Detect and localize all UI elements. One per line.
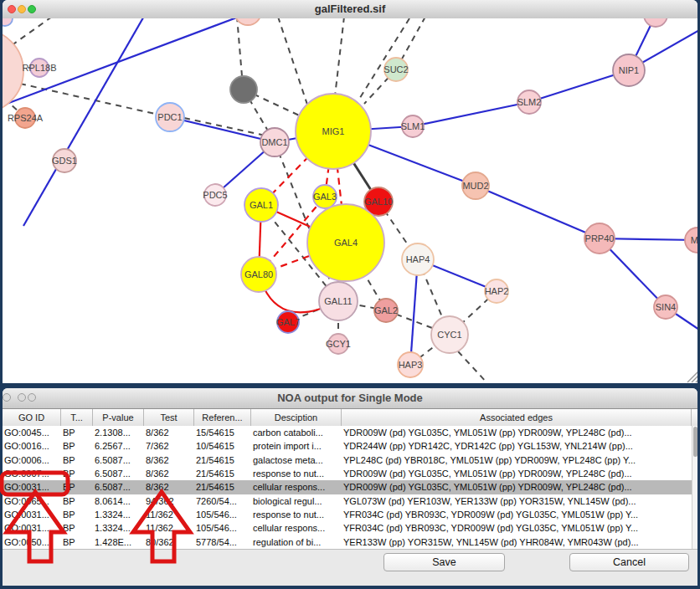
table-body: GO:0045...BP2.1308...8/36215/54615carbon… (3, 426, 692, 549)
table-cell: 21/54615 (194, 453, 251, 467)
table-cell: GO:0050... (3, 535, 61, 549)
table-cell: protein import i... (251, 439, 342, 453)
table-cell: 8/362 (144, 453, 194, 467)
noa-window-titlebar[interactable]: NOA output for Single Mode (3, 388, 697, 409)
table-row[interactable]: GO:0031...BP1.3324...11/362105/546...cel… (3, 521, 692, 535)
node-label-MIG1: MIG1 (322, 126, 345, 136)
node-corner-cut[interactable] (3, 18, 13, 26)
table-cell: 1.428E... (93, 535, 144, 549)
node-label-HAP2: HAP2 (485, 286, 509, 296)
table-cell: 1.3324... (93, 521, 144, 535)
node-label-PDC5: PDC5 (203, 190, 227, 200)
table-cell: GO:0045... (3, 426, 61, 439)
button-bar: Save Cancel (3, 549, 697, 586)
minimize-button-inactive[interactable] (18, 393, 26, 402)
network-edge[interactable] (184, 118, 270, 136)
network-window-titlebar[interactable]: galFiltered.sif (3, 0, 697, 19)
table-cell: YDR009W (pd) YGL035C, YML051W (pp) YDR00… (342, 426, 692, 439)
table-cell: 21/54615 (194, 480, 251, 494)
window-title: galFiltered.sif (3, 0, 697, 18)
zoom-button[interactable] (28, 5, 36, 13)
zoom-button-inactive[interactable] (28, 393, 36, 402)
node-top-cut-1[interactable] (234, 18, 261, 25)
node-label-GAL4: GAL4 (334, 238, 358, 248)
network-edge[interactable] (413, 102, 529, 126)
column-header-p-value[interactable]: P-value (93, 409, 144, 426)
table-cell: GO:0006... (3, 453, 61, 467)
column-header-go-id[interactable]: GO ID (3, 409, 61, 426)
node-label-GDS1: GDS1 (52, 156, 77, 166)
network-edge[interactable] (170, 117, 275, 142)
cancel-button[interactable]: Cancel (569, 553, 689, 571)
resize-grip-icon[interactable] (696, 380, 697, 382)
table-scrollbar[interactable] (692, 426, 697, 549)
table-cell: 8/362 (144, 480, 194, 494)
node-top-cut-2[interactable] (644, 18, 667, 27)
table-cell: 21/54615 (194, 467, 251, 480)
table-cell: GO:0031... (3, 521, 61, 535)
node-label-GAL7: GAL7 (276, 317, 300, 327)
column-header-referen-[interactable]: Referen... (194, 409, 251, 426)
save-button[interactable]: Save (383, 553, 505, 571)
table-cell: YDR009W (pd) YGL035C, YML051W (pp) YDR00… (342, 467, 692, 480)
table-cell: 10/54615 (194, 439, 251, 453)
network-edge[interactable] (278, 18, 308, 107)
node-label-DMC1: DMC1 (261, 137, 287, 147)
table-cell: BP (61, 439, 93, 453)
table-row[interactable]: GO:0031...BP6.5087...8/36221/54615cellul… (3, 480, 692, 494)
node-label-RPL18B: RPL18B (23, 63, 57, 73)
table-row[interactable]: GO:0045...BP2.1308...8/36215/54615carbon… (3, 426, 692, 439)
table-cell: 7260/54... (194, 494, 251, 508)
table-cell: response to nut... (251, 467, 342, 480)
table-cell: 8/362 (144, 467, 194, 480)
table-row[interactable]: GO:0050...BP1.428E...80/3625778/54...reg… (3, 535, 692, 549)
node-left-large[interactable] (3, 29, 23, 113)
table-row[interactable]: GO:0065...BP8.0614...94/3627260/54...bio… (3, 494, 692, 508)
node-label-GCY1: GCY1 (326, 339, 351, 349)
table-row[interactable]: GO:0016...BP6.2567...7/36210/54615protei… (3, 439, 692, 453)
table-cell: BP (61, 508, 93, 521)
table-cell: YDR009W (pd) YGL035C, YML051W (pp) YDR00… (342, 480, 692, 494)
node-label-SIN4: SIN4 (656, 302, 676, 312)
scrollbar-thumb[interactable] (693, 427, 697, 457)
table-header: GO IDT...P-valueTestReferen...Desciption… (3, 409, 697, 427)
close-button-inactive[interactable] (3, 393, 11, 402)
table-cell: 6.5087... (93, 480, 144, 494)
table-cell: regulation of bi... (251, 535, 342, 549)
table-cell: YFR034C (pd) YBR093C, YDR009W (pd) YGL03… (342, 521, 692, 535)
node-label-HAP3: HAP3 (399, 360, 423, 370)
node-label-MS-cut: MS (691, 235, 697, 245)
node-label-SLM1: SLM1 (401, 121, 425, 131)
noa-window-title: NOA output for Single Mode (3, 388, 697, 408)
table-cell: 6.5087... (93, 467, 144, 480)
node-label-SUC2: SUC2 (383, 64, 408, 74)
node-gray-node[interactable] (230, 76, 257, 103)
table-cell: 15/54615 (194, 426, 251, 439)
minimize-button[interactable] (18, 5, 26, 13)
table-row[interactable]: GO:0006...BP6.5087...8/36221/54615galact… (3, 453, 692, 467)
network-canvas[interactable]: RPL18BRPS24AGDS1PDC1DMC1MIG1SUC2SLM1PDC5… (3, 18, 697, 383)
network-edge[interactable] (458, 351, 487, 383)
noa-output-window: NOA output for Single Mode GO IDT...P-va… (3, 388, 697, 586)
network-edge[interactable] (476, 186, 600, 238)
table-cell: YGL073W (pd) YER103W, YER133W (pp) YOR31… (342, 494, 692, 508)
table-cell: carbon cataboli... (251, 426, 342, 439)
network-edge[interactable] (335, 18, 344, 96)
node-label-GAL80: GAL80 (244, 269, 273, 279)
table-cell: GO:0016... (3, 439, 61, 453)
close-button[interactable] (8, 5, 16, 13)
column-header-t-[interactable]: T... (61, 409, 93, 426)
table-cell: cellular respons... (251, 480, 342, 494)
node-label-SLM2: SLM2 (517, 97, 542, 107)
table-row[interactable]: GO:0007...BP6.5087...8/36221/54615respon… (3, 467, 692, 480)
column-header-test[interactable]: Test (144, 409, 194, 426)
network-edge[interactable] (8, 18, 52, 48)
network-edge[interactable] (237, 18, 242, 76)
table-row[interactable]: GO:0031...BP1.3324...11/362105/546...res… (3, 508, 692, 521)
table-cell: BP (61, 535, 93, 549)
node-label-CYC1: CYC1 (437, 330, 461, 340)
column-header-associated-edges[interactable]: Associated edges (342, 409, 692, 426)
table-cell: biological regul... (251, 494, 342, 508)
table-cell: GO:0065... (3, 494, 61, 508)
column-header-desciption[interactable]: Desciption (251, 409, 342, 426)
